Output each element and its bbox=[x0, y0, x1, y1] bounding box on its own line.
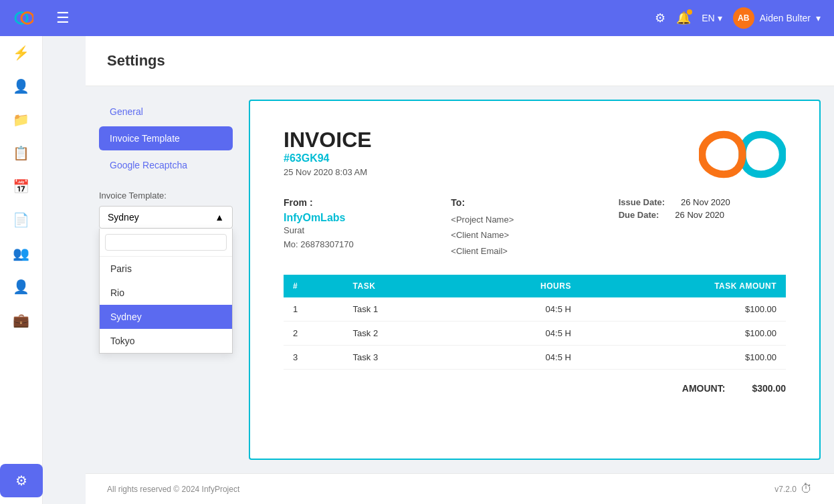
col-num: # bbox=[284, 275, 344, 297]
page-content: General Invoice Template Google Recaptch… bbox=[86, 86, 834, 473]
table-row: 3 Task 3 04:5 H $100.00 bbox=[284, 346, 786, 370]
option-sydney[interactable]: Sydney bbox=[100, 305, 232, 329]
option-rio[interactable]: Rio bbox=[100, 281, 232, 305]
sidebar-item-calendar[interactable]: 📅 bbox=[0, 170, 43, 203]
template-dropdown: Paris Rio Sydney Tokyo bbox=[99, 229, 233, 354]
invoice-template-label: Invoice Template: bbox=[99, 191, 233, 201]
col-task: TASK bbox=[344, 275, 455, 297]
invoice-title: INVOICE bbox=[284, 128, 372, 152]
due-date-row: Due Date: 26 Nov 2020 bbox=[619, 210, 786, 220]
sidebar-item-profile[interactable]: 👤 bbox=[0, 270, 43, 303]
nav-item-google-recaptcha[interactable]: Google Recaptcha bbox=[99, 153, 233, 177]
sidebar-item-dashboard[interactable]: ⚡ bbox=[0, 36, 43, 70]
notification-bell-icon[interactable]: 🔔 bbox=[676, 11, 691, 25]
app-logo[interactable] bbox=[0, 0, 43, 36]
page-footer: All rights reserved © 2024 InfyProject v… bbox=[86, 473, 834, 504]
row2-amount: $100.00 bbox=[581, 322, 786, 346]
language-arrow-icon: ▾ bbox=[718, 13, 722, 23]
sidebar-item-wallet[interactable]: 💼 bbox=[0, 303, 43, 337]
sidebar-item-folder[interactable]: 📁 bbox=[0, 103, 43, 136]
dropdown-search-wrapper bbox=[100, 229, 232, 257]
to-label: To: bbox=[451, 197, 618, 208]
row3-amount: $100.00 bbox=[581, 346, 786, 370]
settings-form: Invoice Template: Sydney ▲ Paris bbox=[99, 191, 233, 229]
invoice-title-block: INVOICE #63GK94 25 Nov 2020 8:03 AM bbox=[284, 128, 372, 177]
col-hours: HOURS bbox=[455, 275, 581, 297]
sidebar-item-users[interactable]: 👤 bbox=[0, 70, 43, 103]
user-name: Aiden Bulter bbox=[760, 13, 811, 23]
issue-date-row: Issue Date: 26 Nov 2020 bbox=[619, 197, 786, 207]
from-company: InfyOmLabs bbox=[284, 212, 451, 224]
page-title: Settings bbox=[107, 52, 813, 70]
to-project: <Project Name> bbox=[451, 212, 618, 227]
dropdown-search-input[interactable] bbox=[105, 234, 227, 251]
option-paris[interactable]: Paris bbox=[100, 257, 232, 281]
version-label: v7.2.0 bbox=[774, 485, 797, 494]
option-tokyo[interactable]: Tokyo bbox=[100, 329, 232, 353]
sidebar-item-settings[interactable]: ⚙ bbox=[0, 464, 43, 497]
dates-section: Issue Date: 26 Nov 2020 Due Date: 26 Nov… bbox=[619, 197, 786, 259]
invoice-addresses: From : InfyOmLabs Surat Mo: 26878307170 … bbox=[284, 197, 786, 259]
user-dropdown-arrow-icon: ▾ bbox=[816, 13, 821, 23]
invoice-logo-icon bbox=[699, 128, 786, 181]
row1-amount: $100.00 bbox=[581, 297, 786, 322]
sidebar-item-tasks[interactable]: 📋 bbox=[0, 136, 43, 170]
row3-num: 3 bbox=[284, 346, 344, 370]
sidebar-item-team[interactable]: 👥 bbox=[0, 237, 43, 270]
template-select-wrapper: Sydney ▲ Paris Rio bbox=[99, 206, 233, 229]
settings-icon[interactable]: ⚙ bbox=[655, 11, 665, 25]
avatar: AB bbox=[733, 7, 754, 29]
to-section: To: <Project Name> <Client Name> <Client… bbox=[451, 197, 618, 259]
row2-num: 2 bbox=[284, 322, 344, 346]
main-wrapper: Settings General Invoice Template Google… bbox=[86, 36, 834, 504]
sidebar-item-document[interactable]: 📄 bbox=[0, 203, 43, 237]
nav-item-general[interactable]: General bbox=[99, 100, 233, 124]
from-section: From : InfyOmLabs Surat Mo: 26878307170 bbox=[284, 197, 451, 259]
nav-item-invoice-template[interactable]: Invoice Template bbox=[99, 126, 233, 150]
footer-copyright: All rights reserved © 2024 InfyProject bbox=[107, 485, 239, 494]
sidebar: ⚡ 👤 📁 📋 📅 📄 👥 👤 💼 ⚙ bbox=[0, 0, 43, 504]
clock-icon: ⏱ bbox=[801, 482, 813, 496]
invoice-total-row: AMOUNT: $300.00 bbox=[284, 383, 786, 394]
row1-num: 1 bbox=[284, 297, 344, 322]
issue-date-value: 26 Nov 2020 bbox=[681, 197, 730, 207]
row1-hours: 04:5 H bbox=[455, 297, 581, 322]
invoice-preview: INVOICE #63GK94 25 Nov 2020 8:03 AM From… bbox=[249, 100, 821, 460]
page-header: Settings bbox=[86, 36, 834, 86]
row1-task: Task 1 bbox=[344, 297, 455, 322]
row3-task: Task 3 bbox=[344, 346, 455, 370]
to-email: <Client Email> bbox=[451, 243, 618, 259]
issue-date-label: Issue Date: bbox=[619, 197, 665, 207]
due-date-value: 26 Nov 2020 bbox=[675, 210, 724, 220]
template-select[interactable]: Sydney ▲ bbox=[99, 206, 233, 229]
language-label: EN bbox=[702, 13, 714, 23]
table-row: 1 Task 1 04:5 H $100.00 bbox=[284, 297, 786, 322]
user-menu[interactable]: AB Aiden Bulter ▾ bbox=[733, 7, 821, 29]
col-amount: TASK AMOUNT bbox=[581, 275, 786, 297]
topnav: ☰ ⚙ 🔔 EN ▾ AB Aiden Bulter ▾ bbox=[43, 0, 834, 36]
invoice-header-row: INVOICE #63GK94 25 Nov 2020 8:03 AM bbox=[284, 128, 786, 181]
table-row: 2 Task 2 04:5 H $100.00 bbox=[284, 322, 786, 346]
row3-hours: 04:5 H bbox=[455, 346, 581, 370]
from-label: From : bbox=[284, 197, 451, 208]
invoice-date: 25 Nov 2020 8:03 AM bbox=[284, 167, 372, 177]
invoice-table: # TASK HOURS TASK AMOUNT 1 Task 1 04:5 H… bbox=[284, 275, 786, 370]
due-date-label: Due Date: bbox=[619, 210, 659, 220]
settings-nav: General Invoice Template Google Recaptch… bbox=[99, 100, 233, 177]
amount-label: AMOUNT: bbox=[682, 383, 726, 394]
row2-hours: 04:5 H bbox=[455, 322, 581, 346]
settings-left-panel: General Invoice Template Google Recaptch… bbox=[99, 100, 233, 460]
row2-task: Task 2 bbox=[344, 322, 455, 346]
menu-toggle[interactable]: ☰ bbox=[56, 9, 70, 27]
from-city: Surat bbox=[284, 224, 451, 238]
notification-dot bbox=[687, 9, 692, 15]
select-arrow-icon: ▲ bbox=[215, 212, 224, 223]
language-selector[interactable]: EN ▾ bbox=[702, 13, 722, 23]
to-client: <Client Name> bbox=[451, 227, 618, 243]
version-badge: v7.2.0 ⏱ bbox=[774, 482, 813, 496]
invoice-number: #63GK94 bbox=[284, 152, 372, 164]
selected-option-label: Sydney bbox=[108, 212, 139, 223]
from-mobile: Mo: 26878307170 bbox=[284, 238, 451, 252]
amount-total: $300.00 bbox=[752, 383, 786, 394]
